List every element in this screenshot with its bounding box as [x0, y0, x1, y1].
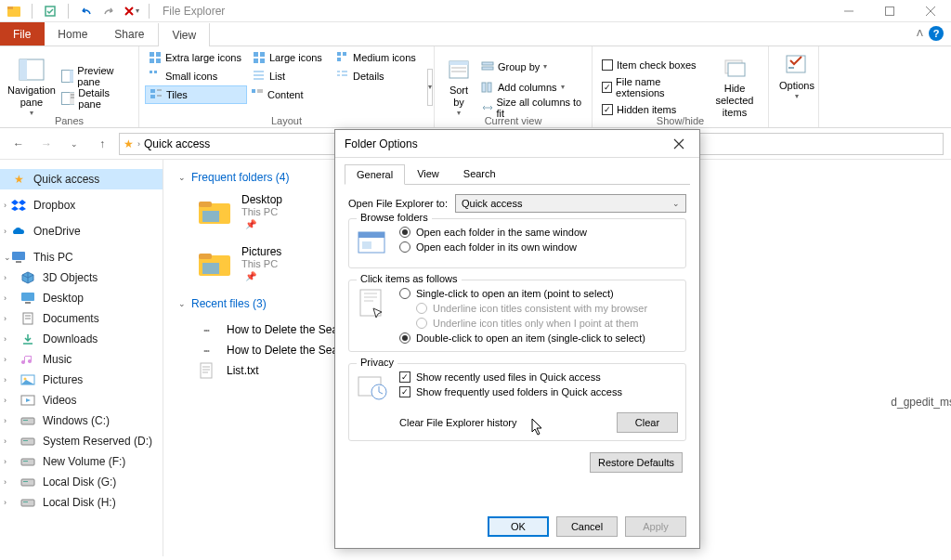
layout-small-icons[interactable]: Small icons [145, 67, 249, 85]
restore-defaults-button[interactable]: Restore Defaults [590, 452, 683, 473]
chevron-icon: › [4, 396, 7, 405]
layout-more-button[interactable]: ▾ [427, 69, 433, 106]
apply-button[interactable]: Apply [625, 516, 686, 537]
chevron-icon: › [4, 416, 7, 425]
sidebar-this-pc[interactable]: ⌄ This PC [0, 247, 163, 267]
browse-same-window-radio[interactable]: Open each folder in the same window [399, 227, 678, 238]
nav-back-button[interactable]: ← [7, 133, 30, 155]
sidebar-item[interactable]: ›3D Objects [0, 267, 163, 288]
qat-properties-icon[interactable] [40, 2, 60, 20]
file-name-extensions-toggle[interactable]: File name extensions [598, 78, 707, 97]
click-items-icon [357, 288, 390, 321]
open-explorer-select[interactable]: Quick access ⌄ [455, 194, 686, 213]
sidebar-dropbox[interactable]: › Dropbox [0, 195, 163, 215]
layout-list[interactable]: List [249, 67, 332, 85]
qat-delete-icon[interactable]: ▾ [121, 2, 141, 20]
item-icon [20, 495, 35, 510]
sidebar-item[interactable]: ›Videos [0, 390, 163, 410]
qat-redo-icon[interactable] [98, 2, 119, 20]
pin-icon: 📌 [245, 271, 256, 281]
sidebar-item[interactable]: ›Desktop [0, 288, 163, 308]
tab-home[interactable]: Home [45, 22, 101, 46]
dialog-tab-general[interactable]: General [345, 164, 405, 185]
sidebar-item[interactable]: ›Pictures [0, 370, 163, 390]
show-frequent-folders-checkbox[interactable]: Show frequently used folders in Quick ac… [399, 386, 678, 397]
item-icon [20, 311, 35, 326]
sidebar-quick-access[interactable]: ★ Quick access [0, 169, 163, 189]
item-check-boxes-toggle[interactable]: Item check boxes [598, 56, 707, 74]
svg-rect-67 [21, 459, 34, 465]
tab-share[interactable]: Share [101, 22, 158, 46]
sidebar-item[interactable]: ›System Reserved (D:) [0, 431, 163, 451]
add-columns-icon [481, 82, 494, 93]
minimize-button[interactable] [828, 0, 869, 22]
svg-rect-66 [23, 440, 28, 441]
help-icon[interactable]: ? [929, 26, 944, 41]
sidebar-item[interactable]: ›Documents [0, 308, 163, 329]
sort-by-button[interactable]: Sort by ▾ [440, 48, 477, 125]
sidebar-item[interactable]: ›New Volume (F:) [0, 451, 163, 472]
chevron-down-icon: ⌄ [4, 253, 11, 262]
group-by-button[interactable]: Group by▾ [477, 58, 586, 76]
dialog-tab-search[interactable]: Search [451, 163, 508, 184]
sidebar-onedrive[interactable]: › OneDrive [0, 221, 163, 241]
sidebar-item[interactable]: ›Music [0, 349, 163, 370]
radio-icon [399, 332, 410, 344]
size-all-columns-button[interactable]: Size all columns to fit [477, 98, 586, 117]
svg-rect-84 [358, 232, 384, 238]
svg-rect-6 [20, 59, 27, 80]
pin-icon: 📌 [245, 219, 256, 229]
item-icon [20, 434, 35, 449]
dialog-close-button[interactable] [668, 133, 690, 155]
add-columns-button[interactable]: Add columns▾ [477, 78, 586, 97]
layout-extra-large-icons[interactable]: Extra large icons [145, 48, 249, 67]
maximize-button[interactable] [869, 0, 910, 22]
collapse-ribbon-icon[interactable]: ᐱ [917, 28, 923, 38]
qat-undo-icon[interactable] [76, 2, 97, 20]
window-title: File Explorer [163, 5, 225, 18]
sidebar-item[interactable]: ›Local Disk (H:) [0, 492, 163, 513]
ribbon-group-panes: Navigation pane ▾ Preview pane Details p… [0, 46, 139, 127]
options-icon [782, 52, 812, 78]
nav-up-button[interactable]: ↑ [91, 133, 113, 155]
browse-own-window-radio[interactable]: Open each folder in its own window [399, 241, 678, 253]
tab-view[interactable]: View [158, 23, 210, 46]
clear-history-label: Clear File Explorer history [399, 417, 517, 428]
preview-pane-button[interactable]: Preview pane [58, 67, 133, 85]
ribbon-group-label: Panes [0, 115, 138, 126]
details-pane-button[interactable]: Details pane [58, 89, 133, 108]
group-by-icon [481, 61, 494, 72]
svg-rect-23 [337, 58, 341, 61]
navigation-pane-button[interactable]: Navigation pane ▾ [6, 48, 58, 125]
folder-icon [197, 250, 230, 278]
chevron-icon: › [4, 201, 7, 210]
layout-large-icons[interactable]: Large icons [249, 48, 332, 67]
svg-rect-34 [150, 95, 155, 98]
close-button[interactable] [910, 0, 951, 22]
content-icon [251, 88, 264, 101]
double-click-radio[interactable]: Double-click to open an item (single-cli… [399, 332, 678, 344]
layout-tiles[interactable]: Tiles [145, 85, 247, 104]
options-button[interactable]: Options ▾ [775, 48, 819, 105]
ribbon-group-layout: Extra large icons Large icons Medium ico… [139, 46, 435, 127]
radio-icon [399, 227, 410, 238]
show-recent-files-checkbox[interactable]: Show recently used files in Quick access [399, 371, 678, 383]
tab-file[interactable]: File [0, 22, 45, 46]
layout-medium-icons[interactable]: Medium icons [332, 48, 423, 67]
nav-recent-button[interactable]: ⌄ [63, 133, 85, 155]
sidebar-item[interactable]: ›Windows (C:) [0, 410, 163, 431]
layout-details[interactable]: Details [332, 67, 423, 85]
clear-button[interactable]: Clear [617, 412, 678, 433]
nav-forward-button[interactable]: → [35, 133, 58, 155]
dialog-tab-view[interactable]: View [405, 163, 451, 184]
ok-button[interactable]: OK [488, 516, 549, 537]
single-click-radio[interactable]: Single-click to open an item (point to s… [399, 288, 678, 299]
sidebar-item[interactable]: ›Local Disk (G:) [0, 472, 163, 492]
hide-selected-items-button[interactable]: Hide selected items [707, 48, 762, 125]
svg-rect-4 [886, 7, 894, 15]
details-pane-icon [61, 92, 74, 105]
layout-content[interactable]: Content [247, 85, 331, 104]
ribbon-group-label: Layout [139, 115, 434, 126]
sidebar-item[interactable]: ›Downloads [0, 329, 163, 349]
cancel-button[interactable]: Cancel [556, 516, 618, 537]
